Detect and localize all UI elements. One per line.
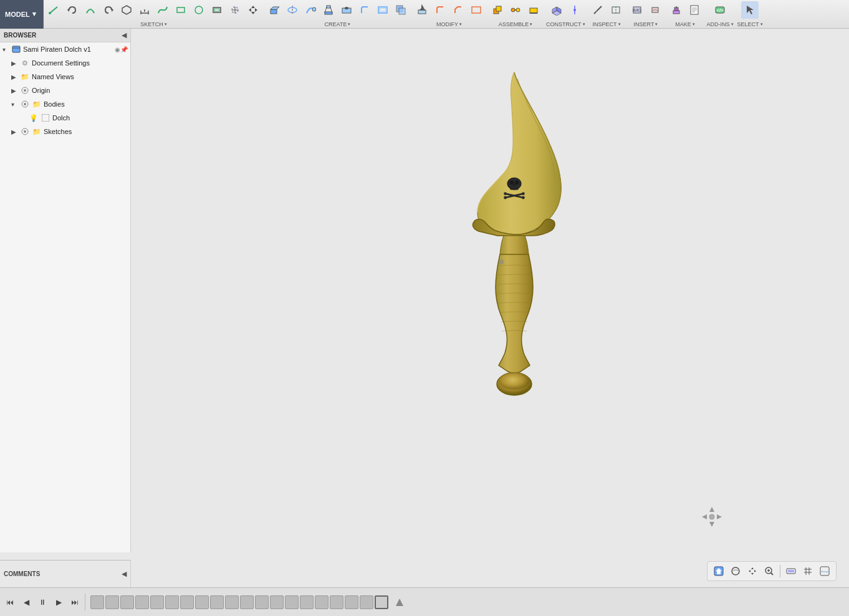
timeline-thumb-4[interactable] [135,595,149,609]
timeline-thumb-11[interactable] [240,595,254,609]
sketch-circle-btn[interactable] [190,1,208,19]
create-extrude-btn[interactable] [266,1,283,19]
create-fillet-btn[interactable] [356,1,373,19]
sketch-arc-btn[interactable] [82,1,99,19]
inspect-measure-btn[interactable] [589,1,607,19]
viewport-grid-btn[interactable] [800,564,815,579]
tree-eye-root[interactable]: ◉ [115,46,120,53]
construct-axis-btn[interactable] [566,1,583,19]
tree-item-root[interactable]: ▾ Sami Piraten Dolch v1 ◉ 📌 [0,42,130,56]
timeline-play-pause-btn[interactable]: ⏸ [35,595,50,610]
inspect-dropdown-arrow[interactable]: ▾ [618,22,621,27]
select-btn[interactable] [741,1,759,19]
timeline-thumb-14[interactable] [285,595,299,609]
inspect-section-analysis-btn[interactable] [607,1,625,19]
sketch-move-btn[interactable] [244,1,262,19]
comments-collapse-btn[interactable]: ◀ [122,570,127,578]
timeline-thumb-7[interactable] [180,595,194,609]
insert-decal-btn[interactable] [646,1,664,19]
tree-expand-bodies[interactable]: ▾ [11,101,20,108]
timeline-thumb-19[interactable] [360,595,373,609]
make-dropdown-arrow[interactable]: ▾ [693,22,695,27]
make-drawing-btn[interactable] [686,1,703,19]
timeline-marker-btn[interactable] [392,595,407,610]
modify-press-pull-btn[interactable] [413,1,431,19]
insert-canvas-btn[interactable]: IMG [628,1,646,19]
tree-expand-namedviews[interactable]: ▶ [11,74,20,80]
create-hole-btn[interactable] [338,1,355,19]
construct-plane-btn[interactable] [548,1,565,19]
create-revolve-btn[interactable] [284,1,301,19]
construct-dropdown-arrow[interactable]: ▾ [583,22,585,27]
mode-dropdown[interactable]: MODEL ▾ [0,0,44,29]
timeline-thumb-15[interactable] [300,595,314,609]
viewport-pan-btn[interactable] [745,564,760,579]
sketch-line-btn[interactable] [46,1,63,19]
tree-pin-root[interactable]: 📌 [120,46,128,53]
timeline-thumb-18[interactable] [345,595,358,609]
timeline-thumb-3[interactable] [120,595,134,609]
timeline-thumb-2[interactable] [105,595,119,609]
viewport-home-btn[interactable] [711,564,726,579]
assemble-joint-btn[interactable] [507,1,524,19]
viewport-display-mode-btn[interactable] [784,564,799,579]
tree-label-namedviews: Named Views [32,73,74,80]
timeline-thumb-17[interactable] [330,595,343,609]
timeline-thumb-9[interactable] [210,595,224,609]
addins-dropdown-arrow[interactable]: ▾ [731,22,734,27]
addins-scripts-btn[interactable]: </> [711,1,729,19]
modify-fillet-btn[interactable] [431,1,449,19]
timeline-thumb-13[interactable] [270,595,284,609]
make-3d-print-btn[interactable] [668,1,685,19]
viewport-orbit-btn[interactable] [728,564,743,579]
create-sweep-btn[interactable] [302,1,319,19]
tree-expand-origin[interactable]: ▶ [11,87,20,94]
timeline-thumb-20[interactable] [375,595,388,609]
sketch-dropdown-arrow[interactable]: ▾ [165,22,167,27]
select-dropdown-arrow[interactable]: ▾ [760,22,763,27]
sketch-offset-btn[interactable] [208,1,226,19]
viewport-zoom-btn[interactable] [762,564,777,579]
sketch-polygon-btn[interactable] [118,1,135,19]
tree-item-dolch[interactable]: ▶ 💡 Dolch [0,111,130,125]
comments-bar: COMMENTS ◀ [0,560,131,587]
sketch-project-btn[interactable] [226,1,244,19]
sketch-dim-btn[interactable] [136,1,153,19]
insert-dropdown-arrow[interactable]: ▾ [655,22,658,27]
create-dropdown-arrow[interactable]: ▾ [348,22,350,27]
modify-shell-btn[interactable] [468,1,485,19]
create-loft-btn[interactable] [320,1,337,19]
browser-collapse-btn[interactable]: ◀ [122,31,127,39]
viewport-environment-btn[interactable] [817,564,832,579]
sketch-rect-btn[interactable] [172,1,189,19]
tree-item-bodies[interactable]: ▾ 📁 Bodies [0,97,130,111]
timeline-go-to-end-btn[interactable]: ⏭ [67,595,82,610]
modify-dropdown-arrow[interactable]: ▾ [459,22,462,27]
sketch-redo-btn[interactable] [100,1,117,19]
tree-expand-root[interactable]: ▾ [2,46,11,53]
tree-expand-docsettings[interactable]: ▶ [11,60,20,67]
timeline-thumb-16[interactable] [315,595,329,609]
tree-expand-sketches[interactable]: ▶ [11,128,20,135]
timeline-step-back-btn[interactable]: ◀ [19,595,34,610]
assemble-new-component-btn[interactable] [489,1,506,19]
assemble-ground-btn[interactable] [525,1,542,19]
tree-item-namedviews[interactable]: ▶ 📁 Named Views [0,70,130,84]
tree-item-origin[interactable]: ▶ Origin [0,84,130,97]
sketch-undo-btn[interactable] [64,1,81,19]
tree-item-sketches[interactable]: ▶ 📁 Sketches [0,125,130,138]
assemble-dropdown-arrow[interactable]: ▾ [530,22,532,27]
create-shell-btn[interactable] [374,1,391,19]
timeline-step-fwd-btn[interactable]: ▶ [51,595,66,610]
timeline-thumb-10[interactable] [225,595,239,609]
timeline-go-to-start-btn[interactable]: ⏮ [2,595,17,610]
timeline-thumb-8[interactable] [195,595,209,609]
timeline-thumb-5[interactable] [150,595,164,609]
sketch-spline-btn[interactable] [154,1,171,19]
timeline-thumb-1[interactable] [90,595,104,609]
create-combine-btn[interactable] [392,1,410,19]
modify-chamfer-btn[interactable] [449,1,467,19]
timeline-thumb-12[interactable] [255,595,269,609]
timeline-thumb-6[interactable] [165,595,179,609]
tree-item-docsettings[interactable]: ▶ ⚙ Document Settings [0,56,130,70]
